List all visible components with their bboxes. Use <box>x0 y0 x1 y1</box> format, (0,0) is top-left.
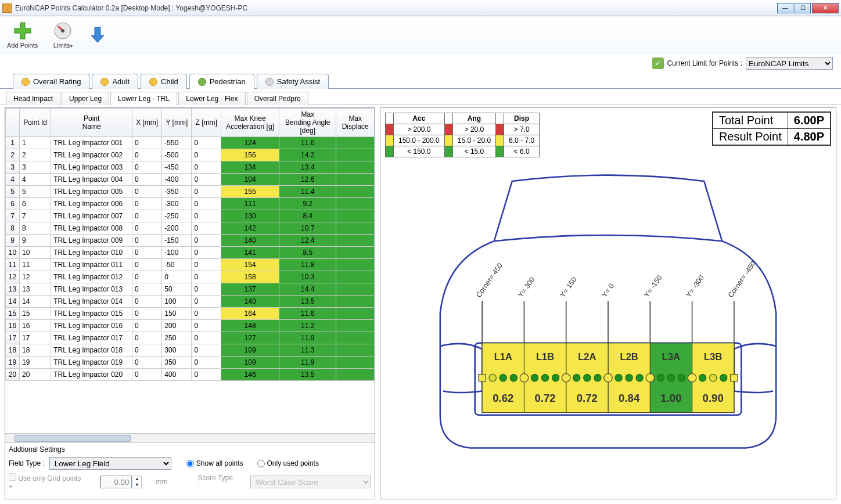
svg-point-38 <box>541 375 548 381</box>
svg-point-49 <box>636 375 643 381</box>
svg-text:Y=   -300: Y= -300 <box>684 273 706 299</box>
field-type-label: Field Type : <box>9 459 45 467</box>
table-row[interactable]: 1414TRL Leg Impactor 0140100014013.5 <box>6 296 375 308</box>
table-row[interactable]: 77TRL Leg Impactor 0070-25001308.4 <box>6 210 375 222</box>
svg-text:L2B: L2B <box>620 351 638 362</box>
table-row[interactable]: 1717TRL Leg Impactor 0170250012711.9 <box>6 332 375 344</box>
down-arrow-button[interactable] <box>85 24 110 46</box>
svg-point-28 <box>688 373 696 381</box>
subtab-overall-pedpro[interactable]: Overall Pedpro <box>247 92 308 105</box>
table-row[interactable]: 1111TRL Leg Impactor 0110-50015411.8 <box>6 259 375 271</box>
svg-point-33 <box>499 375 506 381</box>
svg-point-53 <box>667 375 674 381</box>
table-row[interactable]: 1212TRL Leg Impactor 01200015810.3 <box>6 271 375 283</box>
table-row[interactable]: 1616TRL Leg Impactor 0160200014811.2 <box>6 320 375 332</box>
col-max-knee-acc[interactable]: Max Knee Acceleration [g] <box>221 109 279 137</box>
subtab-upper-leg[interactable]: Upper Leg <box>62 92 109 105</box>
svg-text:L2A: L2A <box>578 351 596 362</box>
subtab-lower-leg-trl[interactable]: Lower Leg - TRL <box>110 92 177 105</box>
col-y[interactable]: Y [mm] <box>162 109 192 137</box>
svg-text:L1B: L1B <box>536 351 554 362</box>
gauge-icon <box>53 21 73 41</box>
plus-icon <box>13 21 33 41</box>
table-row[interactable]: 11TRL Leg Impactor 0010-550012411.6 <box>6 137 375 149</box>
svg-point-37 <box>531 375 538 381</box>
svg-point-58 <box>710 375 717 381</box>
svg-point-59 <box>720 375 727 381</box>
col-x[interactable]: X [mm] <box>132 109 162 137</box>
current-limit-label: Current Limit for Points : <box>667 59 742 67</box>
arrow-down-icon <box>88 25 107 45</box>
table-row[interactable]: 44TRL Leg Impactor 0040-400010412.6 <box>6 174 375 186</box>
limits-button[interactable]: Limits▾ <box>51 20 75 50</box>
svg-text:0.62: 0.62 <box>493 392 513 404</box>
svg-text:0.90: 0.90 <box>703 392 724 404</box>
limits-indicator-icon: ✓ <box>652 57 664 69</box>
col-point-name[interactable]: Point Name <box>51 109 132 137</box>
settings-title: Addtional Settings <box>9 445 371 453</box>
grid-spacing-input[interactable]: ▲▼ <box>100 476 142 488</box>
score-type-select[interactable]: Worst Case Score <box>250 476 371 488</box>
tab-child[interactable]: Child <box>141 74 187 89</box>
add-points-button[interactable]: Add Points <box>5 20 40 50</box>
svg-rect-23 <box>479 375 486 381</box>
svg-point-52 <box>657 375 664 381</box>
col-max-disp[interactable]: Max Displace <box>336 109 375 137</box>
svg-text:Corner=   -450: Corner= -450 <box>727 260 758 299</box>
window-close-button[interactable] <box>812 3 839 13</box>
svg-text:1.00: 1.00 <box>660 392 681 404</box>
window-titlebar: EuroNCAP Points Calculator 0.2a [Desktop… <box>0 0 841 16</box>
col-max-bend[interactable]: Max Bending Angle [deg] <box>279 109 336 137</box>
data-grid[interactable]: Point Id Point Name X [mm] Y [mm] Z [mm]… <box>5 108 375 433</box>
show-all-points-radio[interactable]: Show all points <box>186 459 243 467</box>
table-row[interactable]: 22TRL Leg Impactor 0020-500015614.2 <box>6 149 375 161</box>
mm-label: mm <box>156 478 167 486</box>
field-type-select[interactable]: Lower Leg Field <box>49 457 171 470</box>
limits-select[interactable]: EuroNCAP Limits <box>746 57 833 70</box>
svg-text:Corner=   450: Corner= 450 <box>475 261 504 299</box>
col-z[interactable]: Z [mm] <box>192 109 221 137</box>
table-row[interactable]: 2020TRL Leg Impactor 0200400014613.5 <box>6 369 375 381</box>
svg-text:Y=   0: Y= 0 <box>601 282 616 299</box>
table-row[interactable]: 1313TRL Leg Impactor 013050013714.4 <box>6 283 375 296</box>
table-row[interactable]: 1010TRL Leg Impactor 0100-10001418.5 <box>6 247 375 259</box>
tab-overall-rating[interactable]: Overall Rating <box>13 74 89 89</box>
table-row[interactable]: 1919TRL Leg Impactor 0190350010911.9 <box>6 357 375 369</box>
result-box: Total Point6.00P Result Point4.80P <box>712 111 831 146</box>
window-minimize-button[interactable] <box>777 3 793 13</box>
window-maximize-button[interactable] <box>795 3 811 13</box>
table-row[interactable]: 55TRL Leg Impactor 0050-350015511.4 <box>6 186 375 198</box>
additional-settings-panel: Addtional Settings Field Type : Lower Le… <box>5 442 375 499</box>
svg-text:0.72: 0.72 <box>577 392 598 404</box>
app-icon <box>2 3 12 13</box>
tab-safety-assist[interactable]: Safety Assist <box>257 74 329 89</box>
add-points-label: Add Points <box>7 42 38 49</box>
table-row[interactable]: 99TRL Leg Impactor 0090-150014012.4 <box>6 235 375 247</box>
svg-point-25 <box>562 373 570 381</box>
table-row[interactable]: 1515TRL Leg Impactor 0150150016411.6 <box>6 308 375 320</box>
table-row[interactable]: 88TRL Leg Impactor 0080-200014210.7 <box>6 222 375 235</box>
use-only-grid-points-checkbox[interactable]: Use only Grid points + <box>9 473 86 491</box>
only-used-points-radio[interactable]: Only used points <box>257 459 319 467</box>
subtab-head-impact[interactable]: Head Impact <box>6 92 60 105</box>
subtab-lower-leg-flex[interactable]: Lower Leg - Flex <box>178 92 245 105</box>
horizontal-scrollbar[interactable] <box>5 433 375 442</box>
svg-point-1 <box>61 29 64 33</box>
table-row[interactable]: 33TRL Leg Impactor 0030-450013413.4 <box>6 161 375 174</box>
svg-rect-29 <box>731 375 738 381</box>
table-row[interactable]: 66TRL Leg Impactor 0060-30001119.2 <box>6 198 375 210</box>
ribbon-toolbar: Add Points Limits▾ <box>0 16 841 53</box>
svg-point-44 <box>594 375 601 381</box>
table-row[interactable]: 1818TRL Leg Impactor 0180300010911.3 <box>6 344 375 357</box>
tab-adult[interactable]: Adult <box>92 74 138 89</box>
svg-point-39 <box>552 375 559 381</box>
window-title: EuroNCAP Points Calculator 0.2a [Desktop… <box>15 4 247 12</box>
main-tabstrip: Overall Rating Adult Child Pedestrian Sa… <box>0 73 841 89</box>
svg-text:0.84: 0.84 <box>619 392 640 404</box>
svg-text:Y=   300: Y= 300 <box>516 276 536 300</box>
col-point-id[interactable]: Point Id <box>20 109 51 137</box>
svg-text:L3A: L3A <box>662 351 680 362</box>
sub-tabstrip: Head Impact Upper Leg Lower Leg - TRL Lo… <box>0 91 841 105</box>
svg-point-34 <box>510 375 517 381</box>
tab-pedestrian[interactable]: Pedestrian <box>189 74 254 89</box>
